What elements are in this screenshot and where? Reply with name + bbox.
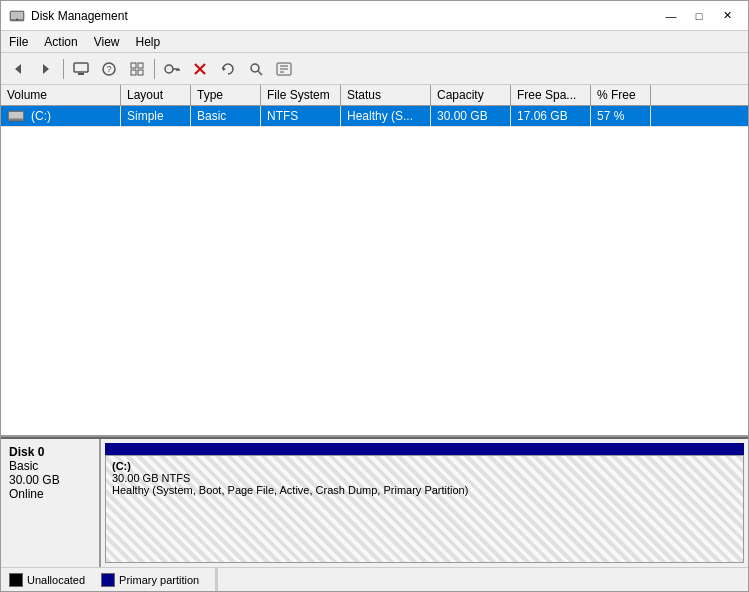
partition-body[interactable]: (C:) 30.00 GB NTFS Healthy (System, Boot… [105, 455, 744, 563]
partition-description: Healthy (System, Boot, Page File, Active… [112, 484, 737, 496]
window-title: Disk Management [31, 9, 128, 23]
cell-filesystem: NTFS [261, 106, 341, 126]
toolbar-properties[interactable] [271, 56, 297, 82]
cell-type: Basic [191, 106, 261, 126]
partition-header-bar [105, 443, 744, 455]
svg-rect-11 [131, 70, 136, 75]
toolbar-help[interactable]: ? [96, 56, 122, 82]
status-section-3 [217, 568, 218, 591]
col-volume: Volume [1, 85, 121, 105]
toolbar-sep-2 [154, 59, 155, 79]
partition-size: 30.00 GB NTFS [112, 472, 737, 484]
grid-icon [130, 62, 144, 76]
title-bar: Disk Management — □ ✕ [1, 1, 748, 31]
svg-point-20 [251, 64, 259, 72]
cell-freespace: 17.06 GB [511, 106, 591, 126]
volume-list-pane[interactable]: Volume Layout Type File System Status Ca… [1, 85, 748, 437]
col-filesystem: File System [261, 85, 341, 105]
disk-type: Basic [9, 459, 91, 473]
back-icon [11, 62, 25, 76]
status-dividers [215, 568, 218, 591]
toolbar-search[interactable] [243, 56, 269, 82]
cell-capacity: 30.00 GB [431, 106, 511, 126]
help-icon: ? [102, 62, 116, 76]
svg-rect-10 [138, 63, 143, 68]
toolbar-sep-1 [63, 59, 64, 79]
disk-status: Online [9, 487, 91, 501]
partition-label: (C:) [112, 460, 737, 472]
svg-text:?: ? [107, 64, 112, 74]
table-header: Volume Layout Type File System Status Ca… [1, 85, 748, 106]
cell-volume: (C:) [1, 106, 121, 126]
svg-rect-6 [78, 73, 84, 75]
menu-bar: File Action View Help [1, 31, 748, 53]
main-content: Volume Layout Type File System Status Ca… [1, 85, 748, 591]
table-row[interactable]: (C:) Simple Basic NTFS Healthy (S... 30.… [1, 106, 748, 127]
svg-rect-28 [9, 118, 23, 119]
toolbar-refresh[interactable] [215, 56, 241, 82]
cell-freepct: 57 % [591, 106, 651, 126]
svg-rect-12 [138, 70, 143, 75]
col-capacity: Capacity [431, 85, 511, 105]
title-controls: — □ ✕ [658, 5, 740, 27]
forward-icon [39, 62, 53, 76]
svg-marker-19 [222, 67, 226, 71]
legend-primary-label: Primary partition [119, 574, 199, 586]
status-bar: Unallocated Primary partition [1, 567, 748, 591]
close-button[interactable]: ✕ [714, 5, 740, 27]
cell-status: Healthy (S... [341, 106, 431, 126]
svg-rect-27 [9, 112, 23, 119]
app-icon [9, 8, 25, 24]
disk-name: Disk 0 [9, 445, 91, 459]
svg-line-21 [258, 71, 262, 75]
refresh-icon [221, 62, 235, 76]
svg-point-2 [16, 18, 18, 20]
display-icon [73, 62, 89, 76]
disk-map-pane: Disk 0 Basic 30.00 GB Online (C:) 30.00 … [1, 437, 748, 567]
toolbar-forward[interactable] [33, 56, 59, 82]
toolbar-delete[interactable] [187, 56, 213, 82]
menu-file[interactable]: File [1, 31, 36, 52]
toolbar-back[interactable] [5, 56, 31, 82]
svg-point-13 [165, 65, 173, 73]
disk-size: 30.00 GB [9, 473, 91, 487]
table-body: (C:) Simple Basic NTFS Healthy (S... 30.… [1, 106, 748, 127]
svg-rect-9 [131, 63, 136, 68]
col-freepct: % Free [591, 85, 651, 105]
col-status: Status [341, 85, 431, 105]
col-type: Type [191, 85, 261, 105]
toolbar-key[interactable] [159, 56, 185, 82]
volume-icon [7, 109, 27, 123]
toolbar: ? [1, 53, 748, 85]
maximize-button[interactable]: □ [686, 5, 712, 27]
svg-rect-1 [11, 12, 23, 19]
svg-rect-5 [74, 63, 88, 72]
legend-unalloc-label: Unallocated [27, 574, 85, 586]
properties-icon [276, 62, 292, 76]
title-bar-left: Disk Management [9, 8, 128, 24]
search-icon [249, 62, 263, 76]
key-icon [164, 62, 180, 76]
toolbar-display[interactable] [68, 56, 94, 82]
menu-action[interactable]: Action [36, 31, 85, 52]
col-layout: Layout [121, 85, 191, 105]
minimize-button[interactable]: — [658, 5, 684, 27]
cell-layout: Simple [121, 106, 191, 126]
delete-icon [193, 62, 207, 76]
menu-view[interactable]: View [86, 31, 128, 52]
disk-management-window: Disk Management — □ ✕ File Action View H… [0, 0, 749, 592]
svg-marker-4 [43, 64, 49, 74]
svg-marker-3 [15, 64, 21, 74]
legend-unalloc-box [9, 573, 23, 587]
menu-help[interactable]: Help [128, 31, 169, 52]
legend-primary-box [101, 573, 115, 587]
col-freespace: Free Spa... [511, 85, 591, 105]
legend-primary: Primary partition [101, 573, 199, 587]
disk-visual: (C:) 30.00 GB NTFS Healthy (System, Boot… [101, 439, 748, 567]
disk-label: Disk 0 Basic 30.00 GB Online [1, 439, 101, 567]
toolbar-grid[interactable] [124, 56, 150, 82]
legend-unallocated: Unallocated [9, 573, 85, 587]
